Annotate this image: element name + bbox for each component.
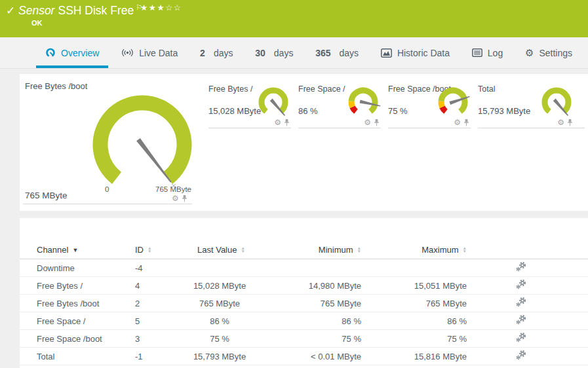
channel-settings-icon[interactable] [516,280,530,291]
channel-last-value: 75 % [177,334,262,344]
channel-minimum: 765 MByte [262,299,361,308]
main-gauge-value: 765 MByte [25,191,68,200]
channel-last-value: 15,028 MByte [177,281,262,291]
column-header-last-value[interactable]: Last Value▲▼ [177,245,262,255]
channel-maximum: 15,816 MByte [361,352,467,361]
gear-icon[interactable]: ⚙ [454,119,461,126]
mini-gauge-value: 15,028 MByte [208,106,261,116]
table-row-downtime: Downtime -4 [20,259,588,277]
sort-icon: ▲▼ [147,246,151,253]
channel-settings-icon[interactable] [516,297,530,309]
gear-icon[interactable]: ⚙ [557,119,564,126]
channel-name: Free Space / [20,316,135,326]
mini-gauge [540,86,574,120]
channel-maximum: 15,051 MByte [361,281,467,291]
channel-settings-icon[interactable] [516,262,530,274]
channel-last-value: 15,793 MByte [177,352,262,361]
sensor-name: SSH Disk Free [58,4,134,17]
pin-icon[interactable] [463,119,469,126]
tab-label: Settings [539,48,572,58]
sort-icon: ▲▼ [463,246,467,253]
table-row-free-bytes-boot: Free Bytes /boot 2 765 MByte 765 MByte 7… [20,295,588,312]
channel-settings-icon[interactable] [516,350,530,362]
channel-table-panel: Channel▼ ID▲▼ Last Value▲▼ Minimum▲▼ Max… [20,218,588,368]
tab-number: 2 [200,48,205,58]
tab-label: Historic Data [397,48,450,58]
divider [23,204,192,204]
historic-data-icon [381,48,392,58]
pin-icon[interactable] [374,119,380,126]
tab-2-days[interactable]: 2days [191,37,242,68]
channel-name: Free Space /boot [20,334,135,344]
mini-gauge-value: 86 % [298,106,318,116]
mini-gauge-title: Total [478,84,495,94]
column-header-maximum[interactable]: Maximum▲▼ [361,245,467,255]
channel-last-value: 86 % [177,316,262,326]
sort-desc-icon: ▼ [72,247,78,253]
tab-number: 30 [255,48,265,58]
gear-icon: ⚙ [525,48,534,58]
channel-table: Channel▼ ID▲▼ Last Value▲▼ Minimum▲▼ Max… [20,218,588,365]
gear-icon[interactable]: ⚙ [172,194,179,202]
table-row-free-space-root: Free Space / 5 86 % 86 % 86 % [20,312,588,330]
column-header-minimum[interactable]: Minimum▲▼ [262,245,361,255]
log-icon [472,48,482,57]
gauge-corner-icons: ⚙ [557,119,573,126]
gear-icon[interactable]: ⚙ [364,119,371,126]
channel-settings-icon[interactable] [516,315,530,327]
channel-minimum: 14,980 MByte [262,281,361,291]
gauge-corner-icons: ⚙ [364,119,380,126]
channel-id: -4 [135,263,177,273]
tab-overview[interactable]: Overview [36,37,108,68]
channel-minimum: 86 % [262,316,361,326]
table-row-total: Total -1 15,793 MByte < 0.01 MByte 15,81… [20,348,588,365]
sensor-status-badge: OK [31,19,43,27]
channel-maximum: 765 MByte [361,299,467,308]
channel-settings-icon[interactable] [516,333,530,344]
mini-gauge-cell: Total 15,793 MByte ⚙ [478,83,585,128]
tab-live-data[interactable]: Live Data [112,37,187,68]
channel-id: 2 [135,299,177,308]
tab-settings[interactable]: ⚙ Settings [516,37,581,68]
main-gauge [73,86,211,200]
tab-30-days[interactable]: 30days [246,37,302,68]
column-header-id[interactable]: ID▲▼ [135,245,177,255]
table-row-free-bytes-root: Free Bytes / 4 15,028 MByte 14,980 MByte… [20,277,588,295]
mini-gauge-title: Free Bytes / [208,84,252,94]
tab-historic-data[interactable]: Historic Data [372,37,459,68]
mini-gauge-value: 15,793 MByte [478,106,530,116]
pin-icon[interactable] [284,119,290,126]
channel-id: -1 [135,352,177,361]
live-data-icon [121,48,134,57]
tab-number: 365 [315,48,330,58]
priority-stars[interactable]: ★★★☆☆ [140,3,182,12]
gauge-corner-icons: ⚙ [274,119,290,126]
gear-icon[interactable]: ⚙ [274,119,281,126]
gauge-icon [45,48,56,58]
channel-minimum: < 0.01 MByte [262,352,361,361]
channel-name: Free Bytes /boot [20,299,135,308]
page-title: SensorSSH Disk Free⚐ [18,3,142,18]
column-header-channel[interactable]: Channel▼ [20,245,135,255]
mini-gauge [437,86,471,120]
gauge-corner-icons: ⚙ [454,119,469,126]
table-row-free-space-boot: Free Space /boot 3 75 % 75 % 75 % [20,330,588,348]
mini-gauge-cell: Free Bytes / 15,028 MByte ⚙ [208,83,291,128]
gauge-scale-max: 765 MByte [138,185,191,193]
channel-name: Free Bytes / [20,281,135,291]
tab-365-days[interactable]: 365days [306,37,368,68]
pin-icon[interactable] [182,195,187,202]
status-ok-check-icon: ✓ [6,4,15,18]
tab-log[interactable]: Log [463,37,512,68]
mini-gauge-title: Free Space / [298,84,345,94]
sensor-type-label: Sensor [18,4,54,17]
pin-icon[interactable] [567,119,573,126]
channel-maximum: 75 % [361,334,467,344]
stars-empty: ☆☆ [165,3,182,12]
channel-id: 4 [135,281,177,291]
mini-gauge-cell: Free Space /boot 75 % ⚙ [388,83,471,128]
channel-name: Downtime [20,263,135,273]
tab-label: Live Data [139,48,178,58]
sensor-status-header: ✓ SensorSSH Disk Free⚐ ★★★☆☆ OK [0,0,588,37]
channel-id: 3 [135,334,177,344]
